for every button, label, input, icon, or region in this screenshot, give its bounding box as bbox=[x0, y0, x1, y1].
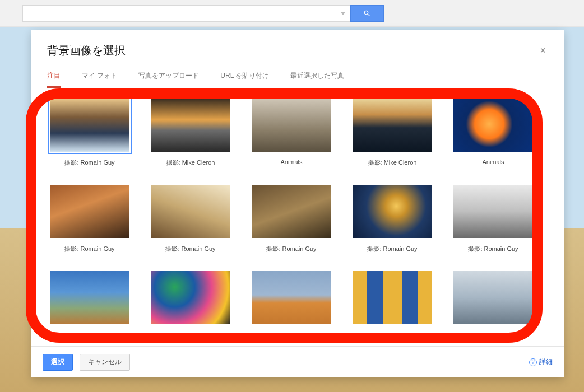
image-caption: 撮影: Romain Guy bbox=[468, 245, 518, 253]
search-icon bbox=[363, 10, 371, 17]
search-input[interactable] bbox=[22, 5, 350, 22]
dialog-header: 背景画像を選択 × bbox=[31, 30, 564, 67]
image-caption: 撮影: Romain Guy bbox=[64, 245, 114, 253]
image-caption: 撮影: Romain Guy bbox=[64, 158, 114, 167]
image-grid: 撮影: Romain Guy撮影: Mike CleronAnimals撮影: … bbox=[46, 99, 558, 331]
image-option[interactable]: Animals bbox=[248, 99, 335, 167]
image-thumbnail bbox=[50, 271, 129, 324]
select-button[interactable]: 選択 bbox=[43, 354, 73, 371]
image-option[interactable]: 撮影: Romain Guy bbox=[449, 185, 537, 253]
image-option[interactable]: 撮影: Romain Guy bbox=[349, 185, 436, 253]
image-thumbnail bbox=[50, 99, 129, 152]
image-thumbnail bbox=[151, 99, 230, 152]
image-option[interactable]: 撮影: Romain Guy bbox=[248, 185, 335, 253]
image-caption: Animals bbox=[482, 158, 504, 165]
image-thumbnail bbox=[252, 99, 331, 152]
tab-2[interactable]: 写真をアップロード bbox=[138, 67, 199, 88]
image-grid-scroll[interactable]: 撮影: Romain Guy撮影: Mike CleronAnimals撮影: … bbox=[31, 88, 564, 346]
image-caption: 撮影: Romain Guy bbox=[165, 245, 215, 253]
image-grid-container: 撮影: Romain Guy撮影: Mike CleronAnimals撮影: … bbox=[31, 88, 564, 346]
image-thumbnail bbox=[353, 99, 432, 152]
image-option[interactable] bbox=[248, 271, 335, 331]
image-thumbnail bbox=[252, 271, 331, 324]
image-thumbnail bbox=[353, 185, 432, 238]
cancel-button[interactable]: キャンセル bbox=[80, 354, 130, 371]
image-option[interactable]: 撮影: Romain Guy bbox=[46, 99, 133, 167]
image-caption: 撮影: Romain Guy bbox=[266, 245, 316, 253]
image-option[interactable]: 撮影: Mike Cleron bbox=[349, 99, 436, 167]
image-caption: 撮影: Mike Cleron bbox=[166, 158, 215, 167]
dialog-footer: 選択 キャンセル ? 詳細 bbox=[31, 346, 564, 377]
image-thumbnail bbox=[453, 271, 533, 324]
image-option[interactable]: 撮影: Mike Cleron bbox=[147, 99, 234, 167]
image-thumbnail bbox=[252, 185, 331, 238]
detail-link-label: 詳細 bbox=[539, 357, 553, 367]
dialog-title: 背景画像を選択 bbox=[47, 43, 126, 58]
image-option[interactable]: 撮影: Romain Guy bbox=[46, 185, 133, 253]
image-caption: 撮影: Mike Cleron bbox=[368, 158, 417, 167]
image-caption: Animals bbox=[280, 158, 302, 165]
tab-0[interactable]: 注目 bbox=[47, 67, 61, 88]
detail-link[interactable]: ? 詳細 bbox=[529, 357, 553, 367]
image-thumbnail bbox=[151, 271, 230, 324]
close-button[interactable]: × bbox=[537, 43, 548, 59]
help-icon: ? bbox=[529, 358, 537, 366]
image-option[interactable] bbox=[449, 271, 537, 331]
top-search-bar bbox=[0, 0, 584, 27]
chevron-down-icon bbox=[341, 12, 345, 15]
image-caption: 撮影: Romain Guy bbox=[367, 245, 417, 253]
tab-4[interactable]: 最近選択した写真 bbox=[290, 67, 344, 88]
image-thumbnail bbox=[353, 271, 432, 324]
image-option[interactable] bbox=[349, 271, 436, 331]
image-thumbnail bbox=[453, 185, 533, 238]
image-option[interactable]: 撮影: Romain Guy bbox=[147, 185, 234, 253]
background-picker-dialog: 背景画像を選択 × 注目マイ フォト写真をアップロードURL を貼り付け最近選択… bbox=[31, 30, 564, 377]
image-option[interactable] bbox=[147, 271, 234, 331]
image-thumbnail bbox=[151, 185, 230, 238]
image-option[interactable]: Animals bbox=[449, 99, 537, 167]
image-option[interactable] bbox=[46, 271, 133, 331]
search-button[interactable] bbox=[350, 5, 384, 22]
tab-3[interactable]: URL を貼り付け bbox=[220, 67, 269, 88]
tab-1[interactable]: マイ フォト bbox=[82, 67, 117, 88]
dialog-tabs: 注目マイ フォト写真をアップロードURL を貼り付け最近選択した写真 bbox=[31, 67, 564, 88]
image-thumbnail bbox=[50, 185, 129, 238]
image-thumbnail bbox=[453, 99, 533, 152]
